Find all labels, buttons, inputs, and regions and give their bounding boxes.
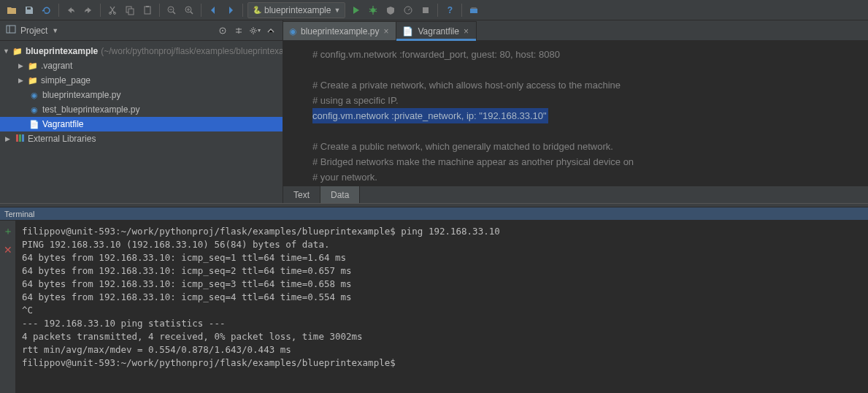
- tab-label: Vagrantfile: [418, 26, 458, 37]
- editor-subtabs: Text Data: [283, 186, 868, 203]
- tab-vagrantfile[interactable]: 📄 Vagrantfile ×: [396, 21, 477, 40]
- vagrant-icon[interactable]: [466, 3, 481, 18]
- python-icon: 🐍: [253, 6, 261, 14]
- back-icon[interactable]: [206, 3, 220, 18]
- chevron-down-icon[interactable]: ▼: [52, 27, 58, 34]
- undo-icon[interactable]: [64, 3, 78, 18]
- project-tool-header: Project ▼ ▾: [0, 20, 283, 41]
- svg-point-7: [168, 7, 174, 12]
- new-session-icon[interactable]: ＋: [3, 225, 13, 238]
- tree-file-test[interactable]: ◉ test_blueprintexample.py: [0, 102, 283, 117]
- tree-root[interactable]: ▼ 📁 blueprintexample (~/work/pythonproj/…: [0, 44, 283, 58]
- expand-arrow-icon[interactable]: ▶: [3, 135, 12, 142]
- expand-arrow-icon[interactable]: ▶: [16, 77, 25, 84]
- svg-line-11: [191, 12, 193, 14]
- tree-label: blueprintexample: [26, 46, 98, 56]
- file-icon: 📄: [29, 120, 39, 129]
- tree-label: simple_page: [41, 75, 91, 85]
- package-icon: 📁: [28, 76, 38, 85]
- project-tree[interactable]: ▼ 📁 blueprintexample (~/work/pythonproj/…: [0, 41, 283, 203]
- svg-point-21: [222, 30, 223, 31]
- collapse-icon[interactable]: [233, 25, 245, 37]
- svg-rect-5: [145, 7, 150, 14]
- paste-icon[interactable]: [140, 3, 155, 18]
- project-label: Project: [20, 26, 47, 36]
- code-line: # Bridged networks make the machine appe…: [312, 156, 634, 167]
- close-session-icon[interactable]: ✕: [4, 244, 12, 256]
- svg-rect-4: [128, 9, 134, 15]
- svg-point-2: [114, 12, 116, 14]
- help-icon[interactable]: ?: [442, 3, 457, 18]
- subtab-text[interactable]: Text: [283, 186, 320, 203]
- redo-icon[interactable]: [81, 3, 96, 18]
- close-icon[interactable]: ×: [383, 26, 388, 37]
- tree-label: External Libraries: [28, 134, 96, 144]
- tab-blueprintexample[interactable]: ◉ blueprintexample.py ×: [283, 21, 396, 40]
- editor-tabs: ◉ blueprintexample.py × 📄 Vagrantfile ×: [283, 20, 868, 41]
- expand-arrow-icon[interactable]: ▶: [16, 62, 25, 69]
- code-line: # using a specific IP.: [312, 95, 399, 106]
- tree-label: blueprintexample.py: [42, 90, 120, 100]
- debug-icon[interactable]: [366, 3, 380, 18]
- python-file-icon: ◉: [289, 26, 296, 37]
- tab-label: blueprintexample.py: [301, 26, 379, 37]
- save-icon[interactable]: [22, 3, 37, 18]
- code-line: # your network.: [312, 172, 377, 183]
- project-sidebar: Project ▼ ▾ ▼ 📁 blueprintexample (~/work…: [0, 20, 283, 203]
- terminal-title: Terminal: [0, 207, 868, 221]
- svg-rect-3: [126, 7, 131, 12]
- code-line: # config.vm.network :forwarded_port, gue…: [312, 49, 560, 60]
- tree-folder-simple-page[interactable]: ▶ 📁 simple_page: [0, 73, 283, 88]
- file-icon: 📄: [402, 26, 413, 37]
- tree-label: test_blueprintexample.py: [42, 104, 139, 115]
- tree-label: .vagrant: [41, 61, 72, 71]
- tree-external-libs[interactable]: ▶ External Libraries: [0, 131, 283, 146]
- run-config-label: blueprintexample: [264, 5, 331, 15]
- close-icon[interactable]: ×: [464, 26, 469, 37]
- coverage-icon[interactable]: [383, 3, 398, 18]
- target-icon[interactable]: [217, 25, 228, 37]
- tree-label: Vagrantfile: [42, 119, 83, 129]
- tree-path: (~/work/pythonproj/flask/examples/bluepr…: [101, 46, 283, 56]
- copy-icon[interactable]: [123, 3, 137, 18]
- svg-rect-6: [146, 6, 149, 7]
- settings-icon[interactable]: ▾: [249, 25, 261, 37]
- svg-rect-16: [423, 7, 429, 13]
- folder-icon: 📁: [28, 61, 38, 71]
- profile-icon[interactable]: [401, 3, 415, 18]
- tree-file-vagrantfile[interactable]: 📄 Vagrantfile: [0, 117, 283, 131]
- editor-area: ◉ blueprintexample.py × 📄 Vagrantfile × …: [283, 20, 868, 203]
- svg-point-22: [252, 29, 255, 32]
- code-line: # Create a private network, which allows…: [312, 80, 621, 91]
- open-icon[interactable]: [4, 3, 19, 18]
- svg-rect-18: [7, 26, 15, 33]
- tree-file-blueprint[interactable]: ◉ blueprintexample.py: [0, 88, 283, 102]
- refresh-icon[interactable]: [39, 3, 54, 18]
- folder-icon: 📁: [12, 47, 23, 56]
- python-file-icon: ◉: [29, 105, 39, 115]
- svg-point-14: [371, 8, 375, 12]
- tree-folder-vagrant[interactable]: ▶ 📁 .vagrant: [0, 58, 283, 73]
- terminal-output[interactable]: filippov@unit-593:~/work/pythonproj/flas…: [16, 221, 868, 393]
- svg-rect-0: [27, 7, 31, 9]
- main-toolbar: 🐍 blueprintexample ▼ ?: [0, 0, 868, 20]
- zoom-out-icon[interactable]: [164, 3, 179, 18]
- subtab-data[interactable]: Data: [320, 186, 360, 203]
- chevron-down-icon: ▼: [334, 7, 340, 14]
- stop-icon[interactable]: [418, 3, 433, 18]
- svg-point-20: [220, 28, 226, 34]
- terminal-side-toolbar: ＋ ✕: [0, 221, 16, 393]
- zoom-in-icon[interactable]: [182, 3, 196, 18]
- library-icon: [15, 134, 25, 143]
- cut-icon[interactable]: [105, 3, 120, 18]
- hide-icon[interactable]: [265, 25, 277, 37]
- expand-arrow-icon[interactable]: ▼: [3, 47, 9, 55]
- run-icon[interactable]: [348, 3, 363, 18]
- svg-point-15: [404, 7, 412, 14]
- code-line-highlighted: config.vm.network :private_network, ip: …: [312, 108, 548, 123]
- code-editor[interactable]: # config.vm.network :forwarded_port, gue…: [283, 41, 868, 186]
- forward-icon[interactable]: [223, 3, 238, 18]
- project-view-icon[interactable]: [6, 24, 16, 37]
- run-config-selector[interactable]: 🐍 blueprintexample ▼: [247, 2, 345, 18]
- python-file-icon: ◉: [29, 91, 39, 100]
